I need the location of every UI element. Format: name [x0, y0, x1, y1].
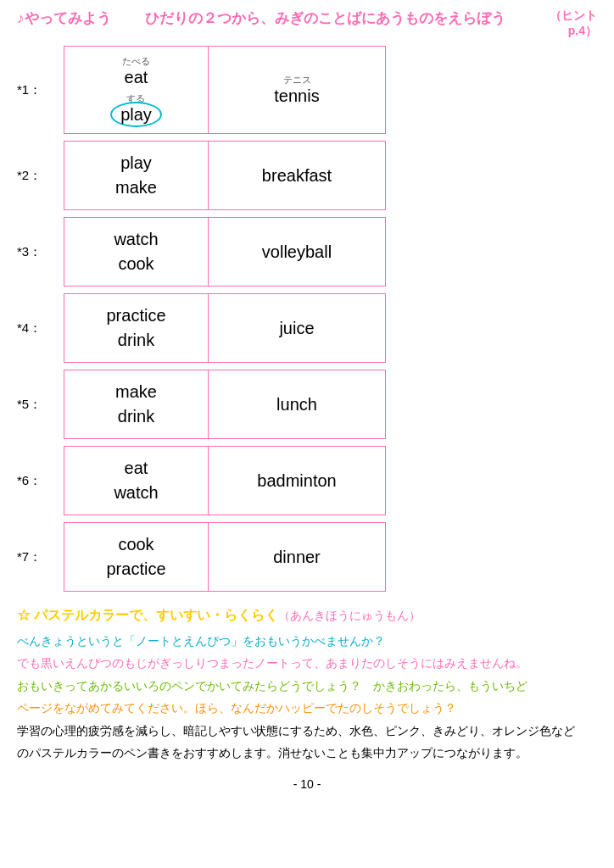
word-group-2-2: make [115, 178, 157, 198]
word-group-6-2: watch [114, 483, 158, 503]
exercise-area: *1：たべるeatするplayテニスtennis*2：playmakebreak… [17, 46, 597, 592]
pastel-line-2: でも黒いえんぴつのもじがぎっしりつまったノートって、あまりたのしそうにはみえませ… [17, 654, 597, 672]
right-word-3: volleyball [262, 242, 332, 261]
word-5-2: drink [118, 407, 154, 426]
word-group-1-2: するplay [110, 92, 162, 125]
word-group-3-1: watch [114, 230, 158, 249]
pastel-line-4: ページをながめてみてください。ほら、なんだかハッピーでたのしそうでしょう？ [17, 698, 597, 717]
pastel-line-3: おもいきってあかるいいろのペンでかいてみたらどうでしょう？ かきおわったら、もう… [17, 676, 597, 695]
exercise-row-5: *5：makedrinklunch [17, 370, 597, 439]
exercise-row-2: *2：playmakebreakfast [17, 141, 597, 210]
pastel-title: ☆ パステルカラーで、すいすい・らくらく（あんきほうにゅうもん） [17, 607, 597, 625]
card-right-4: juice [209, 294, 385, 362]
card-left-4: practicedrink [64, 294, 209, 362]
row-label-5: *5： [17, 397, 64, 413]
pastel-line-5: 学習の心理的疲労感を減らし、暗記しやすい状態にするため、水色、ピンク、きみどり、… [17, 721, 597, 740]
card-right-7: dinner [209, 523, 385, 591]
card-pair-7: cookpracticedinner [64, 522, 386, 592]
row-label-7: *7： [17, 549, 64, 565]
word-group-5-1: make [115, 382, 157, 402]
word-4-2: drink [118, 331, 154, 349]
card-right-2: breakfast [209, 142, 385, 209]
pastel-title-main: ☆ パステルカラーで、すいすい・らくらく [17, 608, 278, 622]
card-pair-4: practicedrinkjuice [64, 293, 386, 363]
pastel-lines: べんきょうというと「ノートとえんぴつ」をおもいうかべませんか？でも黒いえんぴつの… [17, 632, 597, 762]
word-group-5-2: drink [118, 407, 154, 426]
word-2-1: play [120, 153, 152, 172]
word-7-2: practice [106, 559, 165, 578]
word-group-1-1: たべるeat [122, 55, 150, 87]
right-content-5: lunch [276, 395, 317, 415]
word-group-7-2: practice [106, 559, 165, 579]
right-word-6: badminton [257, 471, 336, 490]
row-label-1: *1： [17, 82, 64, 98]
word-group-7-1: cook [118, 535, 154, 554]
page-header: ♪やってみよう ひだりの２つから、みぎのことばにあうものをえらぼう （ヒント p… [17, 8, 597, 39]
word-1-2: play [110, 102, 162, 127]
row-label-3: *3： [17, 244, 64, 260]
pastel-line-1: べんきょうというと「ノートとえんぴつ」をおもいうかべませんか？ [17, 632, 597, 650]
right-word-2: breakfast [262, 166, 332, 185]
word-group-2-1: play [120, 153, 152, 173]
header-title-text: ♪やってみよう [17, 8, 111, 39]
right-content-3: volleyball [262, 242, 332, 262]
word-group-3-2: cook [118, 254, 154, 274]
word-group-6-1: eat [125, 459, 148, 478]
exercise-row-7: *7：cookpracticedinner [17, 522, 597, 592]
word-3-1: watch [114, 230, 158, 248]
page-number: - 10 - [17, 777, 597, 791]
card-pair-1: たべるeatするplayテニスtennis [64, 46, 386, 134]
word-group-4-1: practice [106, 306, 165, 326]
right-content-2: breakfast [262, 166, 332, 186]
right-content-7: dinner [273, 548, 321, 567]
right-word-1: tennis [274, 86, 319, 105]
right-content-4: juice [279, 319, 314, 338]
row-label-2: *2： [17, 168, 64, 184]
pastel-section: ☆ パステルカラーで、すいすい・らくらく（あんきほうにゅうもん） べんきょうとい… [17, 607, 597, 762]
word-5-1: make [115, 382, 157, 401]
right-word-7: dinner [273, 548, 321, 566]
exercise-row-1: *1：たべるeatするplayテニスtennis [17, 46, 597, 134]
exercise-row-4: *4：practicedrinkjuice [17, 293, 597, 363]
word-6-2: watch [114, 483, 158, 502]
right-content-6: badminton [257, 471, 336, 491]
header-subtitle-text: ひだりの２つから、みぎのことばにあうものをえらぼう [145, 8, 505, 39]
right-word-5: lunch [276, 395, 317, 414]
word-2-2: make [115, 178, 157, 197]
pastel-line-6: のパステルカラーのペン書きをおすすめします。消せないことも集中力アップにつながり… [17, 743, 597, 762]
card-pair-6: eatwatchbadminton [64, 446, 386, 515]
card-left-6: eatwatch [64, 447, 209, 515]
word-3-2: cook [118, 254, 154, 273]
card-pair-3: watchcookvolleyball [64, 217, 386, 287]
word-1-1: eat [125, 68, 148, 86]
word-group-4-2: drink [118, 331, 154, 350]
word-note-1-1: たべる [122, 55, 150, 68]
pastel-title-sub: （あんきほうにゅうもん） [278, 609, 421, 622]
right-note-1: テニス [274, 74, 319, 86]
word-6-1: eat [125, 459, 148, 477]
card-right-5: lunch [209, 370, 385, 438]
header-hint-text: （ヒント p.4） [539, 8, 598, 39]
word-4-1: practice [106, 306, 165, 325]
row-label-6: *6： [17, 473, 64, 489]
card-left-1: たべるeatするplay [64, 47, 209, 133]
exercise-row-3: *3：watchcookvolleyball [17, 217, 597, 287]
exercise-row-6: *6：eatwatchbadminton [17, 446, 597, 515]
card-right-6: badminton [209, 447, 385, 515]
card-pair-2: playmakebreakfast [64, 141, 386, 210]
card-left-7: cookpractice [64, 523, 209, 591]
card-left-2: playmake [64, 142, 209, 209]
card-right-1: テニスtennis [209, 47, 385, 133]
card-left-3: watchcook [64, 218, 209, 286]
card-right-3: volleyball [209, 218, 385, 286]
word-7-1: cook [118, 535, 154, 554]
card-left-5: makedrink [64, 370, 209, 438]
right-word-4: juice [279, 319, 314, 337]
card-pair-5: makedrinklunch [64, 370, 386, 439]
row-label-4: *4： [17, 320, 64, 337]
right-content-1: テニスtennis [274, 74, 319, 106]
